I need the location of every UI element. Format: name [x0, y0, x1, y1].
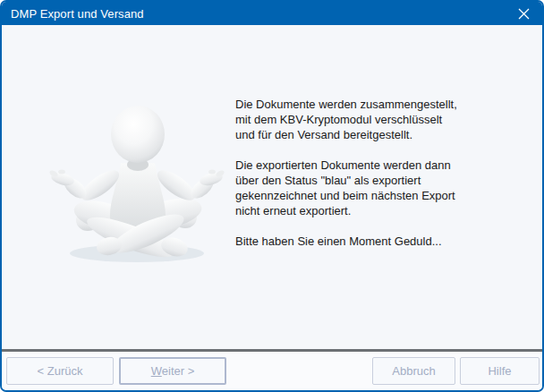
button-bar: < Zurück Weiter > Abbruch Hilfe — [2, 352, 542, 390]
window-title: DMP Export und Versand — [11, 7, 144, 21]
help-button-label: Hilfe — [488, 364, 511, 378]
meditating-figure-illustration — [45, 84, 228, 277]
dmp-export-dialog: DMP Export und Versand — [0, 0, 544, 392]
dialog-content: Die Dokumente werden zusammengestellt, m… — [2, 25, 542, 349]
close-icon — [518, 8, 530, 20]
paragraph-status: Die exportierten Dokumente werden dann ü… — [235, 158, 534, 218]
cancel-button-label: Abbruch — [392, 364, 435, 378]
text-block: Die Dokumente werden zusammengestellt, m… — [235, 97, 534, 264]
back-button-label: < Zurück — [38, 364, 83, 378]
help-button[interactable]: Hilfe — [460, 357, 540, 385]
back-button[interactable]: < Zurück — [6, 357, 114, 385]
next-button[interactable]: Weiter > — [119, 357, 226, 385]
close-button[interactable] — [505, 2, 542, 25]
next-button-label: Weiter > — [151, 364, 195, 378]
titlebar: DMP Export und Versand — [2, 2, 542, 25]
paragraph-assemble: Die Dokumente werden zusammengestellt, m… — [235, 97, 534, 142]
paragraph-wait: Bitte haben Sie einen Moment Geduld... — [235, 234, 534, 249]
cancel-button[interactable]: Abbruch — [372, 357, 455, 385]
